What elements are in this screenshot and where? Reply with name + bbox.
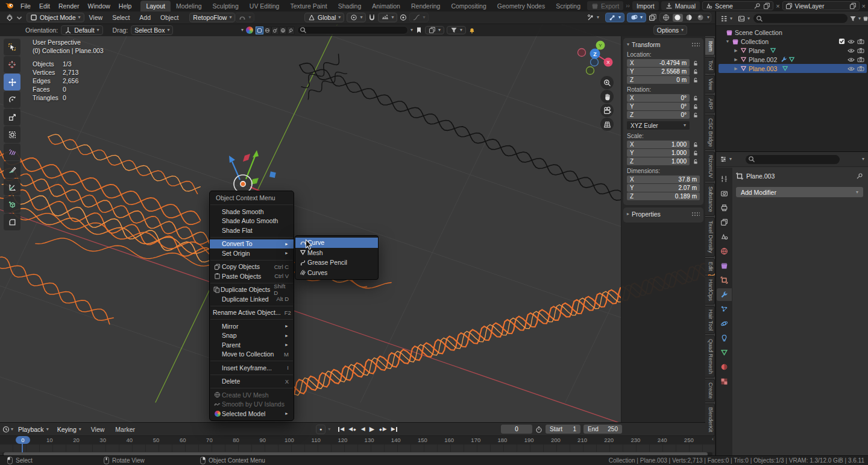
unlock-icon[interactable] <box>693 60 699 66</box>
sidebar-tab[interactable]: Hair Tool <box>705 306 715 334</box>
close-viewlayer-icon[interactable]: × <box>862 2 866 10</box>
visibility-eye-icon[interactable] <box>848 65 855 72</box>
timeline-view-menu[interactable]: View <box>86 426 110 433</box>
properties-options-chevron[interactable]: ▾ <box>862 157 864 162</box>
sidebar-tab[interactable]: CSC Bridge <box>705 115 715 151</box>
transform-panel-header[interactable]: ▾ Transform <box>627 40 700 49</box>
tool-measure[interactable] <box>4 179 20 195</box>
copy-viewlayer-icon[interactable] <box>849 2 857 10</box>
workspace-tab[interactable]: Sculpting <box>207 1 244 11</box>
outliner-funnel-icon[interactable] <box>849 15 857 22</box>
collapse-chevron-icon[interactable]: ▾ <box>241 28 244 33</box>
new-collection-icon[interactable] <box>863 15 868 22</box>
tool-cursor[interactable] <box>4 56 20 73</box>
play-reverse-button[interactable]: ◀ <box>361 426 365 432</box>
tool-transform[interactable] <box>4 126 20 143</box>
outliner-filter-type-dropdown[interactable]: ▾ <box>736 14 752 24</box>
menu-item-delete[interactable]: DeleteX <box>210 377 294 387</box>
sidebar-tab[interactable]: Create <box>705 379 715 402</box>
filter-mesh-button[interactable] <box>256 27 263 34</box>
bookmark-icon[interactable] <box>415 27 423 34</box>
tool-add-primitive[interactable] <box>4 196 20 213</box>
dimension-field[interactable]: Z0.189 m <box>627 192 700 200</box>
navigation-gizmo[interactable]: Y Z X <box>568 35 616 76</box>
menu-item-convert-to[interactable]: Convert To► <box>210 239 294 249</box>
shading-wireframe-button[interactable] <box>661 14 671 22</box>
rotation-field[interactable]: X0° <box>627 94 700 102</box>
menu-render[interactable]: Render <box>54 2 83 10</box>
show-gizmos-toggle[interactable]: ▾ <box>605 13 624 22</box>
timeline-editor-icon[interactable] <box>2 426 10 433</box>
camera-view-button[interactable] <box>600 104 614 117</box>
snap-with-dropdown[interactable]: ▾ <box>378 13 397 22</box>
sidebar-tab[interactable]: ARP <box>705 95 715 113</box>
timeline-marker-menu[interactable]: Marker <box>110 426 140 433</box>
shading-rendered-button[interactable] <box>696 14 706 22</box>
pin-icon[interactable] <box>753 2 761 10</box>
copy-scene-icon[interactable] <box>763 2 770 10</box>
menu-item-duplicate-objects[interactable]: Duplicate ObjectsShift D <box>210 285 294 295</box>
scale-field[interactable]: Z1.000 <box>627 157 700 165</box>
menu-file[interactable]: File <box>16 2 35 10</box>
playback-menu[interactable]: Playback▾ <box>14 425 52 434</box>
workspace-tab[interactable]: UV Editing <box>244 1 285 11</box>
outliner-row-scene-collection[interactable]: Scene Collection <box>719 28 867 37</box>
workspace-tab[interactable]: Geometry Nodes <box>492 1 550 11</box>
tool-rotate[interactable] <box>4 91 20 108</box>
tab-material[interactable] <box>717 361 732 373</box>
auto-keying-button[interactable]: ● <box>316 425 326 434</box>
proportional-editing-icon[interactable] <box>400 14 407 21</box>
workspace-tab[interactable]: Scripting <box>550 1 586 11</box>
location-field[interactable]: X-0.4794 m <box>627 59 700 67</box>
panel-drag-handle[interactable] <box>691 212 700 217</box>
shading-solid-button[interactable] <box>673 14 683 22</box>
display-mode-dropdown[interactable]: ▾ <box>719 14 734 24</box>
tool-retopology[interactable] <box>4 144 20 160</box>
export-button[interactable]: Export <box>587 1 623 10</box>
menu-item-paste-objects[interactable]: Paste ObjectsCtrl V <box>210 271 294 281</box>
breadcrumb-object-name[interactable]: Plane.003 <box>746 172 775 180</box>
scene-selector[interactable]: Scene <box>702 1 773 10</box>
tool-scale[interactable] <box>4 109 20 125</box>
menu-help[interactable]: Help <box>115 2 136 10</box>
rotation-field[interactable]: Z0° <box>627 111 700 119</box>
mode-selector[interactable]: Object Mode ▾ <box>27 13 84 22</box>
dimension-field[interactable]: X37.8 m <box>627 176 700 183</box>
panel-drag-handle[interactable] <box>691 42 700 47</box>
next-keyframe-button[interactable]: ◆▶ <box>379 426 387 432</box>
workspace-tab[interactable]: Layout <box>140 1 171 11</box>
workspace-tab[interactable]: Texture Paint <box>285 1 332 11</box>
render-camera-icon[interactable] <box>857 38 864 45</box>
current-frame-field[interactable]: 0 <box>501 425 532 434</box>
menu-edit[interactable]: Edit <box>35 2 54 10</box>
properties-search-input[interactable] <box>746 155 840 164</box>
tab-output[interactable] <box>717 201 732 214</box>
outliner-row-collection[interactable]: ▼ Collection <box>719 37 867 46</box>
jump-to-start-button[interactable]: ◀ <box>338 426 344 432</box>
tool-fallback-dropdown[interactable]: ▾ <box>235 13 254 22</box>
viewport-search-input[interactable] <box>297 26 408 34</box>
keying-menu[interactable]: Keying▾ <box>54 425 85 434</box>
viewlayer-selector[interactable]: ViewLayer <box>782 1 860 10</box>
tool-select-box[interactable] <box>4 39 20 55</box>
location-field[interactable]: Y2.5568 m <box>627 68 700 75</box>
visibility-eye-icon[interactable] <box>848 56 855 63</box>
menu-item-shade-flat[interactable]: Shade Flat <box>210 226 294 235</box>
timeline-ruler[interactable]: 0102030405060708090100110120130140150160… <box>0 435 715 444</box>
tab-collection[interactable] <box>717 259 732 272</box>
filter-dropdown[interactable]: ▾ <box>447 26 466 34</box>
sidebar-tab[interactable]: View <box>705 75 715 93</box>
tab-render[interactable] <box>717 187 732 200</box>
timeline-channels[interactable] <box>0 444 715 452</box>
tab-texture[interactable] <box>717 375 732 388</box>
submenu-item-grease-pencil[interactable]: Grease Pencil <box>295 258 378 268</box>
viewport-menu-view[interactable]: View <box>84 14 108 21</box>
unlock-icon[interactable] <box>693 112 699 118</box>
manual-button[interactable]: Manual <box>661 1 700 10</box>
menu-item-snap[interactable]: Snap► <box>210 331 294 341</box>
sidebar-tab[interactable]: HardOps <box>705 276 715 305</box>
rotation-mode-dropdown[interactable]: XYZ Euler▾ <box>627 121 690 130</box>
expand-chevron-icon[interactable]: ▾ <box>410 28 413 33</box>
menu-item-shade-smooth[interactable]: Shade Smooth <box>210 207 294 217</box>
matcap-ball-icon[interactable] <box>246 27 253 34</box>
